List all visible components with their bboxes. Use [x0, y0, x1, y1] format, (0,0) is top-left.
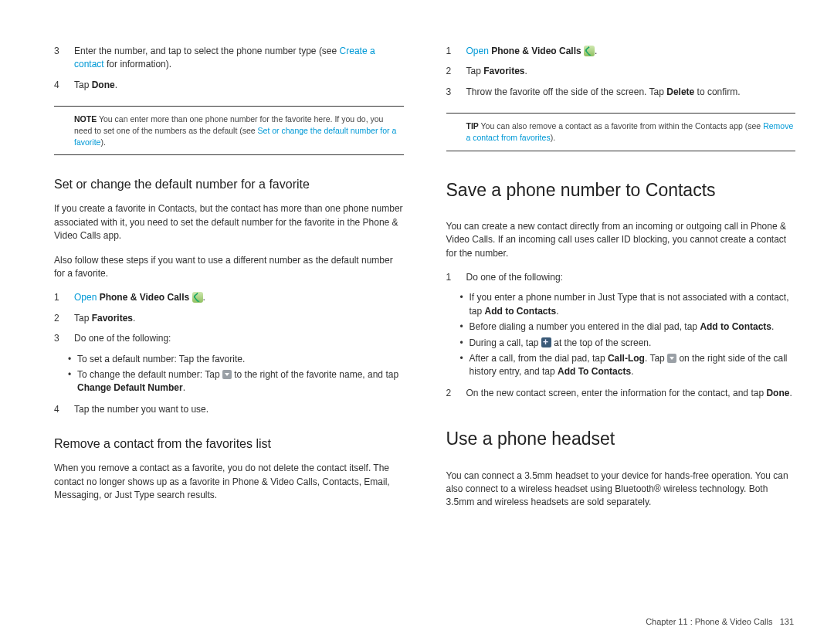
step-number: 4 — [54, 403, 74, 416]
step-3: 3 Enter the number, and tap to select th… — [54, 45, 404, 72]
step-3b: 3 Do one of the following: — [54, 332, 404, 345]
step-text: Open Phone & Video Calls . — [466, 45, 796, 58]
list-item: To set a default number: Tap the favorit… — [68, 353, 404, 366]
add-contact-icon — [541, 337, 551, 347]
heading-save-contacts: Save a phone number to Contacts — [446, 178, 796, 203]
paragraph: You can create a new contact directly fr… — [446, 220, 796, 260]
step-1b: 1 Do one of the following: — [446, 271, 796, 284]
list-item: If you enter a phone number in Just Type… — [460, 291, 796, 318]
paragraph: You can connect a 3.5mm headset to your … — [446, 469, 796, 510]
step-text: Do one of the following: — [74, 332, 404, 345]
step-number: 4 — [54, 79, 74, 92]
step-text: On the new contact screen, enter the inf… — [466, 387, 796, 400]
step-text: Open Phone & Video Calls . — [74, 291, 404, 304]
step-number: 3 — [54, 45, 74, 72]
paragraph: When you remove a contact as a favorite,… — [54, 462, 404, 502]
step-text: Throw the favorite off the side of the s… — [466, 86, 796, 99]
caret-icon — [667, 354, 676, 363]
list-item: To change the default number: Tap to the… — [68, 368, 404, 395]
step-number: 1 — [446, 271, 466, 284]
step-number: 2 — [446, 387, 466, 400]
note-box: NOTE You can enter more than one phone n… — [54, 106, 404, 155]
phone-icon — [192, 292, 203, 303]
step-text: Do one of the following: — [466, 271, 796, 284]
phone-icon — [584, 46, 595, 56]
paragraph: If you create a favorite in Contacts, bu… — [54, 202, 404, 242]
step-1: 1 Open Phone & Video Calls . — [446, 45, 796, 58]
step-2: 2 Tap Favorites. — [446, 65, 796, 78]
heading-set-default: Set or change the default number for a f… — [54, 175, 404, 193]
step-number: 2 — [54, 312, 74, 325]
footer-page-number: 131 — [780, 617, 794, 626]
heading-remove-favorite: Remove a contact from the favorites list — [54, 435, 404, 452]
step-text: Tap Done. — [74, 79, 404, 92]
bullet-list: To set a default number: Tap the favorit… — [54, 353, 404, 395]
paragraph: Also follow these steps if you want to u… — [54, 254, 404, 281]
page-footer: Chapter 11 : Phone & Video Calls 131 — [646, 616, 794, 629]
list-item: During a call, tap at the top of the scr… — [460, 337, 796, 350]
step-4b: 4 Tap the number you want to use. — [54, 403, 404, 416]
step-2b: 2 On the new contact screen, enter the i… — [446, 387, 796, 400]
step-3: 3 Throw the favorite off the side of the… — [446, 86, 796, 99]
step-1: 1 Open Phone & Video Calls . — [54, 291, 404, 304]
step-number: 3 — [54, 332, 74, 345]
tip-label: TIP — [466, 121, 479, 130]
bullet-list: If you enter a phone number in Just Type… — [446, 291, 796, 378]
step-text: Tap Favorites. — [466, 65, 796, 78]
step-text: Tap the number you want to use. — [74, 403, 404, 416]
step-number: 2 — [446, 65, 466, 78]
link-open[interactable]: Open — [74, 292, 97, 303]
tip-box: TIP You can also remove a contact as a f… — [446, 113, 796, 151]
link-open[interactable]: Open — [466, 46, 489, 56]
step-4: 4 Tap Done. — [54, 79, 404, 92]
footer-chapter: Chapter 11 : Phone & Video Calls — [646, 617, 772, 626]
right-column: 1 Open Phone & Video Calls . 2 Tap Favor… — [446, 42, 796, 520]
step-number: 1 — [54, 291, 74, 304]
step-2: 2 Tap Favorites. — [54, 312, 404, 325]
step-text: Tap Favorites. — [74, 312, 404, 325]
step-number: 3 — [446, 86, 466, 99]
heading-use-headset: Use a phone headset — [446, 426, 796, 452]
step-number: 1 — [446, 45, 466, 58]
list-item: After a call, from the dial pad, tap Cal… — [460, 352, 796, 379]
caret-icon — [222, 370, 232, 379]
step-text: Enter the number, and tap to select the … — [74, 45, 404, 72]
list-item: Before dialing a number you entered in t… — [460, 320, 796, 334]
left-column: 3 Enter the number, and tap to select th… — [54, 42, 404, 520]
note-label: NOTE — [74, 114, 97, 124]
